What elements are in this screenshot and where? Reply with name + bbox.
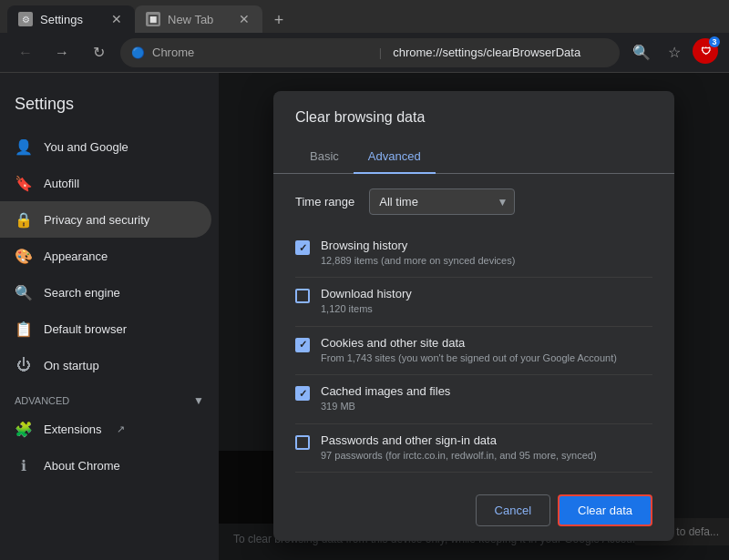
extensions-icon: 🧩: [15, 420, 33, 438]
tab-newtab-close[interactable]: ✕: [237, 10, 252, 28]
dialog-footer: Cancel Clear data: [273, 484, 674, 541]
checkbox-browsing-history[interactable]: [295, 240, 310, 255]
appearance-icon: 🎨: [15, 247, 33, 265]
dialog-tabs: Basic Advanced: [273, 140, 674, 174]
clear-browsing-data-dialog: Clear browsing data Basic Advanced Time …: [273, 91, 674, 541]
new-tab-button[interactable]: +: [266, 7, 292, 33]
settings-tab-icon: ⚙: [18, 12, 33, 26]
dialog-body: Time range Last hour Last 24 hours Last …: [273, 174, 674, 484]
privacy-icon: 🔒: [15, 210, 33, 229]
content-area: Clear browsing data Basic Advanced Time …: [219, 73, 729, 560]
extension-button[interactable]: 🛡 3: [693, 38, 718, 64]
check-title-passwords: Passwords and other sign-in data: [321, 433, 652, 447]
back-button[interactable]: ←: [11, 38, 40, 67]
search-engine-icon: 🔍: [15, 283, 33, 301]
sidebar-item-appearance-label: Appearance: [44, 249, 108, 263]
address-icon: 🔵: [131, 46, 145, 59]
forward-button[interactable]: →: [47, 38, 77, 67]
check-title-download-history: Download history: [321, 287, 652, 300]
nav-bar: ← → ↻ 🔵 Chrome | chrome://settings/clear…: [0, 33, 729, 73]
sidebar-link-about-chrome[interactable]: ℹ About Chrome: [0, 447, 219, 484]
sidebar-item-default-browser[interactable]: 📋 Default browser: [0, 311, 211, 347]
check-subtitle-cache: 319 MB: [321, 400, 652, 413]
autofill-icon: 🔖: [15, 174, 33, 192]
sidebar: Settings 👤 You and Google 🔖 Autofill 🔒 P…: [0, 73, 219, 560]
about-chrome-icon: ℹ: [15, 456, 33, 474]
you-and-google-icon: 👤: [15, 137, 33, 156]
checkbox-passwords[interactable]: [295, 435, 310, 450]
sidebar-advanced-section: Advanced ▼: [0, 383, 219, 411]
extension-badge: 3: [709, 36, 720, 47]
sidebar-item-autofill[interactable]: 🔖 Autofill: [0, 165, 211, 201]
check-title-cache: Cached images and files: [321, 384, 652, 398]
check-item-passwords: Passwords and other sign-in data 97 pass…: [295, 424, 652, 473]
sidebar-item-privacy[interactable]: 🔒 Privacy and security: [0, 201, 211, 238]
check-content-cookies: Cookies and other site data From 1,743 s…: [321, 336, 652, 365]
check-content-cache: Cached images and files 319 MB: [321, 384, 652, 413]
time-range-select-wrapper: Last hour Last 24 hours Last 7 days Last…: [369, 188, 515, 215]
sidebar-advanced-label: Advanced: [15, 395, 69, 406]
tab-newtab-label: New Tab: [168, 13, 213, 26]
address-url: chrome://settings/clearBrowserData: [393, 46, 609, 59]
sidebar-item-on-startup-label: On startup: [44, 359, 99, 372]
check-title-cookies: Cookies and other site data: [321, 336, 652, 350]
sidebar-item-you-and-google-label: You and Google: [44, 140, 128, 154]
sidebar-item-appearance[interactable]: 🎨 Appearance: [0, 238, 211, 274]
check-subtitle-cookies: From 1,743 sites (you won't be signed ou…: [321, 351, 652, 365]
address-prefix: Chrome: [152, 46, 368, 59]
sidebar-link-extensions[interactable]: 🧩 Extensions ↗: [0, 411, 219, 447]
check-subtitle-passwords: 97 passwords (for irctc.co.in, redwolf.i…: [321, 449, 652, 463]
sidebar-item-you-and-google[interactable]: 👤 You and Google: [0, 128, 211, 165]
check-content-passwords: Passwords and other sign-in data 97 pass…: [321, 433, 652, 463]
check-item-autofill: Autofill form data: [295, 473, 652, 484]
main-layout: Settings 👤 You and Google 🔖 Autofill 🔒 P…: [0, 73, 729, 560]
check-title-browsing-history: Browsing history: [321, 239, 652, 252]
dialog-title: Clear browsing data: [273, 91, 674, 140]
cancel-button[interactable]: Cancel: [476, 494, 550, 526]
checkbox-cookies[interactable]: [295, 338, 310, 352]
on-startup-icon: ⏻: [15, 356, 33, 374]
tab-newtab[interactable]: 🔲 New Tab ✕: [135, 5, 262, 33]
sidebar-item-on-startup[interactable]: ⏻ On startup: [0, 347, 211, 383]
check-content-browsing-history: Browsing history 12,889 items (and more …: [321, 239, 652, 268]
check-subtitle-download-history: 1,120 items: [321, 302, 652, 316]
check-item-browsing-history: Browsing history 12,889 items (and more …: [295, 229, 652, 278]
checkbox-cache[interactable]: [295, 386, 310, 401]
time-range-select[interactable]: Last hour Last 24 hours Last 7 days Last…: [369, 188, 515, 215]
title-bar: ⚙ Settings ✕ 🔲 New Tab ✕ +: [0, 0, 729, 33]
check-item-cache: Cached images and files 319 MB: [295, 375, 652, 423]
sidebar-item-autofill-label: Autofill: [44, 177, 79, 190]
sidebar-item-privacy-label: Privacy and security: [44, 213, 149, 227]
address-separator: |: [379, 46, 382, 59]
nav-actions: 🔍 ☆ 🛡 3: [627, 38, 718, 67]
checkbox-download-history[interactable]: [295, 289, 310, 303]
clear-data-button[interactable]: Clear data: [558, 494, 652, 526]
time-range-label: Time range: [295, 195, 354, 209]
check-subtitle-browsing-history: 12,889 items (and more on synced devices…: [321, 254, 652, 268]
chevron-down-icon: ▼: [193, 394, 204, 407]
sidebar-title: Settings: [0, 87, 219, 128]
sidebar-item-search-engine-label: Search engine: [44, 286, 120, 300]
tab-advanced[interactable]: Advanced: [354, 140, 436, 174]
newtab-tab-icon: 🔲: [146, 12, 160, 26]
tab-basic[interactable]: Basic: [295, 140, 354, 174]
sidebar-item-default-browser-label: Default browser: [44, 322, 127, 336]
tab-settings-label: Settings: [40, 13, 83, 26]
default-browser-icon: 📋: [15, 320, 33, 338]
external-link-icon: ↗: [117, 423, 125, 435]
check-content-download-history: Download history 1,120 items: [321, 287, 652, 316]
check-title-autofill: Autofill form data: [321, 482, 652, 484]
time-range-row: Time range Last hour Last 24 hours Last …: [295, 188, 652, 215]
tab-settings[interactable]: ⚙ Settings ✕: [7, 5, 135, 33]
sidebar-link-extensions-label: Extensions: [44, 423, 102, 436]
sidebar-item-search-engine[interactable]: 🔍 Search engine: [0, 274, 211, 311]
check-content-autofill: Autofill form data: [321, 482, 652, 484]
check-item-download-history: Download history 1,120 items: [295, 278, 652, 326]
reload-button[interactable]: ↻: [84, 38, 113, 67]
search-button[interactable]: 🔍: [627, 38, 656, 67]
bookmark-button[interactable]: ☆: [660, 38, 689, 67]
address-bar[interactable]: 🔵 Chrome | chrome://settings/clearBrowse…: [120, 38, 620, 67]
sidebar-link-about-chrome-label: About Chrome: [44, 459, 120, 473]
tab-settings-close[interactable]: ✕: [109, 10, 124, 28]
check-item-cookies: Cookies and other site data From 1,743 s…: [295, 327, 652, 375]
